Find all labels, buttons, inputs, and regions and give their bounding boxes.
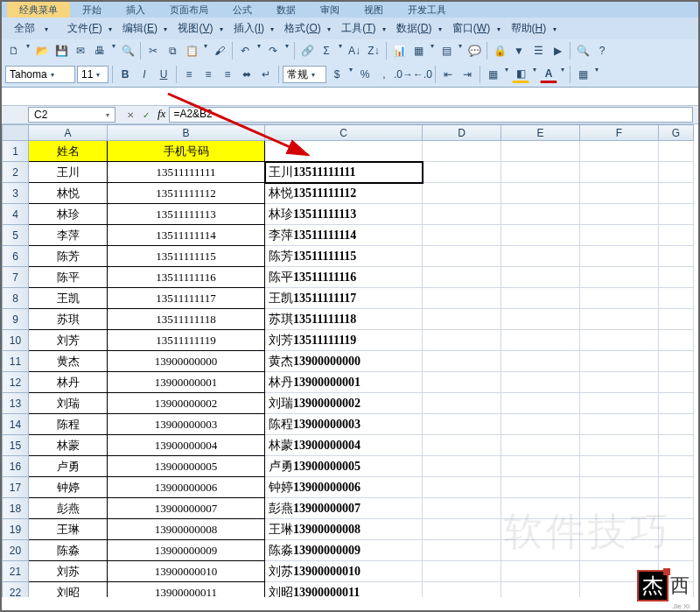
dropdown-icon[interactable]: ▾ (110, 42, 117, 60)
cell[interactable]: 陈程 (29, 414, 108, 435)
cell[interactable] (580, 204, 659, 225)
cell[interactable] (580, 540, 659, 561)
cell[interactable] (423, 351, 501, 372)
cell[interactable] (659, 519, 694, 540)
cell[interactable]: 13900000000 (108, 351, 265, 372)
cell[interactable] (501, 414, 580, 435)
merge-icon[interactable]: ⬌ (238, 66, 256, 83)
cell[interactable]: 13900000006 (108, 477, 265, 498)
row-header[interactable]: 1 (3, 141, 29, 162)
row-header[interactable]: 8 (3, 288, 29, 309)
cell[interactable] (423, 435, 501, 456)
cell[interactable] (423, 141, 501, 162)
cell[interactable] (423, 498, 501, 519)
cut-icon[interactable]: ✂ (144, 42, 162, 60)
cell[interactable] (423, 561, 501, 582)
form-icon[interactable]: ☰ (529, 42, 547, 60)
cell[interactable]: 林悦13511111112 (265, 183, 423, 204)
copy-icon[interactable]: ⧉ (164, 42, 181, 60)
cell[interactable]: 陈芳 (29, 246, 108, 267)
cell[interactable] (501, 141, 580, 162)
italic-icon[interactable]: I (136, 66, 153, 83)
chart-icon[interactable]: 📊 (390, 42, 408, 60)
cell[interactable] (659, 288, 694, 309)
cell[interactable]: 王川13511111111 (265, 162, 423, 183)
cell[interactable]: 13900000003 (108, 414, 265, 435)
align-right-icon[interactable]: ≡ (219, 66, 236, 83)
cell[interactable] (580, 456, 659, 477)
cell[interactable]: 13900000010 (108, 561, 265, 582)
cell[interactable]: 13511111118 (108, 309, 265, 330)
decrease-decimal-icon[interactable]: ←.0 (414, 66, 431, 83)
cell[interactable] (423, 519, 501, 540)
cell[interactable]: 林珍13511111113 (265, 204, 423, 225)
cell[interactable]: 王凯13511111117 (265, 288, 423, 309)
redo-icon[interactable]: ↷ (264, 42, 282, 60)
paste-icon[interactable]: 📋 (183, 42, 200, 60)
cell[interactable] (659, 162, 694, 183)
menu-item[interactable]: 帮助(H) ▾ (508, 21, 564, 35)
filter-icon[interactable]: ▼ (510, 42, 528, 60)
cell-styles-icon[interactable]: ▦ (574, 66, 592, 83)
number-format-select[interactable]: 常规▾ (283, 66, 326, 83)
cell[interactable]: 李萍 (29, 225, 108, 246)
cell[interactable]: 刘芳13511111119 (265, 330, 423, 351)
cell[interactable]: 刘瑞 (29, 393, 108, 414)
cell[interactable] (659, 477, 694, 498)
cell[interactable]: 陈程13900000003 (265, 414, 423, 435)
cell[interactable]: 13511111115 (108, 246, 265, 267)
cell[interactable]: 彭燕13900000007 (265, 498, 423, 519)
cell[interactable] (423, 477, 501, 498)
spreadsheet-grid[interactable]: ABCDEFG1姓名手机号码2王川13511111111王川1351111111… (2, 124, 698, 597)
accept-formula-icon[interactable]: ✓ (138, 107, 154, 123)
print-icon[interactable]: 🖶 (91, 42, 108, 60)
cell[interactable] (659, 267, 694, 288)
cell[interactable]: 林悦 (29, 183, 108, 204)
cell[interactable] (423, 309, 501, 330)
cell[interactable] (501, 288, 580, 309)
dropdown-icon[interactable]: ▾ (256, 42, 262, 60)
cell[interactable] (501, 309, 580, 330)
ribbon-tab[interactable]: 审阅 (308, 2, 352, 18)
comment-icon[interactable]: 💬 (466, 42, 483, 60)
cell[interactable] (423, 540, 501, 561)
cell[interactable] (501, 162, 580, 183)
row-header[interactable]: 20 (3, 540, 29, 561)
underline-icon[interactable]: U (155, 66, 172, 83)
ribbon-tab[interactable]: 数据 (264, 2, 308, 18)
preview-icon[interactable]: 🔍 (119, 42, 136, 60)
cell[interactable]: 姓名 (29, 141, 108, 162)
help-icon[interactable]: ? (593, 42, 611, 60)
cell[interactable] (580, 519, 659, 540)
cell[interactable] (580, 561, 659, 582)
cancel-formula-icon[interactable]: ✕ (122, 107, 138, 123)
cell[interactable] (501, 477, 580, 498)
cell[interactable] (501, 372, 580, 393)
menu-item[interactable]: 窗口(W) ▾ (449, 21, 508, 35)
undo-icon[interactable]: ↶ (236, 42, 254, 60)
open-icon[interactable]: 📂 (33, 42, 51, 60)
cell[interactable] (580, 309, 659, 330)
cell[interactable]: 13900000001 (108, 372, 265, 393)
cell[interactable]: 李萍13511111114 (265, 225, 423, 246)
cell[interactable]: 林丹13900000001 (265, 372, 423, 393)
cell[interactable] (423, 456, 501, 477)
dropdown-icon[interactable]: ▾ (593, 66, 600, 83)
cell[interactable]: 钟婷 (29, 477, 108, 498)
dropdown-icon[interactable]: ▾ (531, 66, 538, 83)
menu-item[interactable]: 数据(D) ▾ (393, 21, 449, 35)
cell[interactable] (423, 582, 501, 598)
cell[interactable] (659, 183, 694, 204)
cell[interactable]: 刘昭 (29, 582, 108, 598)
cell[interactable] (580, 183, 659, 204)
cell[interactable] (423, 330, 501, 351)
ribbon-tab[interactable]: 开始 (70, 2, 114, 18)
cell[interactable] (659, 246, 694, 267)
row-header[interactable]: 22 (3, 582, 29, 598)
cell[interactable] (580, 393, 659, 414)
cell[interactable] (580, 225, 659, 246)
cell[interactable]: 彭燕 (29, 498, 108, 519)
borders-icon[interactable]: ▦ (484, 66, 501, 83)
cell[interactable] (659, 540, 694, 561)
menu-item[interactable]: 编辑(E) ▾ (119, 21, 174, 35)
